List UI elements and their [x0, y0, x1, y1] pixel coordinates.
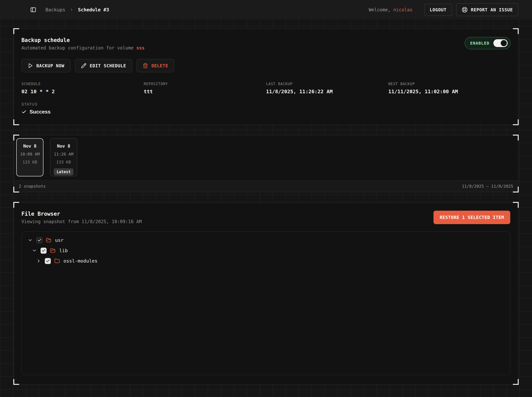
report-issue-label: REPORT AN ISSUE: [471, 7, 513, 12]
chevron-right-icon: [70, 8, 74, 12]
corner-bracket: [13, 28, 19, 34]
field-label: SCHEDULE: [21, 82, 144, 86]
folder-closed-icon: [54, 258, 60, 264]
corner-bracket: [513, 379, 519, 385]
snapshot-card-selected[interactable]: Nov 8 10:09 AM 133 KB: [16, 138, 44, 176]
play-icon: [28, 63, 33, 68]
schedule-fields: SCHEDULE 02 10 * * 2 REPOSITORY ttt LAST…: [21, 82, 511, 94]
breadcrumb: Backups Schedule #3: [45, 7, 109, 12]
snapshot-card[interactable]: Nov 8 11:26 AM 133 KB Latest: [50, 138, 77, 176]
folder-open-icon: [46, 237, 51, 243]
corner-bracket: [13, 202, 19, 208]
report-issue-button[interactable]: REPORT AN ISSUE: [456, 3, 518, 16]
corner-bracket: [13, 119, 19, 125]
snapshots-footer: 2 snapshots 11/8/2025 – 11/8/2025: [14, 180, 518, 192]
tree-item-name: usr: [55, 237, 63, 243]
welcome-prefix: Welcome,: [369, 7, 391, 12]
snapshots-panel: Nov 8 10:09 AM 133 KB Nov 8 11:26 AM 133…: [14, 135, 518, 192]
panel-title: Backup schedule: [21, 37, 145, 43]
status-label: STATUS: [21, 102, 511, 106]
snapshot-time: 10:09 AM: [20, 152, 40, 156]
checkbox[interactable]: [36, 237, 42, 243]
edit-schedule-button[interactable]: EDIT SCHEDULE: [75, 59, 132, 72]
schedule-actions: BACKUP NOW EDIT SCHEDULE DELETE: [21, 59, 511, 72]
tree-row-ossl-modules[interactable]: ossl-modules: [25, 256, 506, 266]
trash-icon: [143, 63, 148, 68]
field-label: REPOSITORY: [144, 82, 266, 86]
field-last-backup: LAST BACKUP 11/8/2025, 11:26:22 AM: [266, 82, 388, 94]
status-block: STATUS Success: [21, 102, 511, 115]
chevron-right-icon[interactable]: [36, 258, 41, 264]
snapshot-size: 133 KB: [23, 160, 37, 164]
tree-item-name: ossl-modules: [63, 258, 98, 264]
chevron-down-icon[interactable]: [32, 248, 37, 253]
restore-button-label: RESTORE 1 SELECTED ITEM: [440, 215, 504, 220]
folder-open-icon: [50, 248, 56, 253]
tree-item-name: lib: [59, 248, 68, 253]
logout-button[interactable]: LOGOUT: [424, 4, 452, 16]
breadcrumb-parent[interactable]: Backups: [45, 7, 65, 12]
restore-button[interactable]: RESTORE 1 SELECTED ITEM: [433, 211, 510, 224]
field-value: 02 10 * * 2: [21, 88, 144, 94]
latest-badge: Latest: [54, 168, 74, 175]
corner-bracket: [513, 135, 519, 140]
panel-subtitle: Automated backup configuration for volum…: [21, 45, 145, 51]
field-label: NEXT BACKUP: [388, 82, 511, 86]
tree-row-lib[interactable]: lib: [25, 245, 506, 256]
breadcrumb-current: Schedule #3: [78, 7, 109, 12]
corner-bracket: [513, 202, 519, 208]
file-tree: usr lib: [21, 231, 510, 375]
checkbox[interactable]: [45, 258, 51, 264]
toggle-knob: [501, 40, 507, 46]
subtitle-prefix: Automated backup configuration for volum…: [21, 45, 136, 51]
field-label: LAST BACKUP: [266, 82, 388, 86]
snapshot-count: 2 snapshots: [19, 184, 46, 189]
snapshot-time: 11:26 AM: [54, 152, 73, 156]
field-value: 11/8/2025, 11:26:22 AM: [266, 88, 388, 94]
edit-schedule-label: EDIT SCHEDULE: [90, 63, 126, 68]
delete-button[interactable]: DELETE: [137, 59, 174, 72]
lifebuoy-icon: [462, 7, 468, 13]
snapshot-date: Nov 8: [57, 143, 70, 149]
file-browser-title: File Browser: [21, 211, 142, 217]
pencil-icon: [81, 63, 87, 68]
sidebar-toggle-button[interactable]: [30, 7, 36, 13]
field-value: 11/11/2025, 11:02:00 AM: [388, 88, 511, 94]
snapshot-date-range: 11/8/2025 – 11/8/2025: [462, 184, 513, 189]
file-browser-subtitle: Viewing snapshot from 11/8/2025, 10:09:1…: [21, 219, 142, 224]
volume-name: sss: [136, 45, 145, 51]
welcome-text: Welcome, nicolas: [369, 7, 412, 12]
enabled-toggle[interactable]: ENABLED: [465, 37, 511, 49]
check-icon: [21, 109, 27, 114]
status-value: Success: [30, 109, 51, 115]
enabled-label: ENABLED: [470, 41, 489, 46]
corner-bracket: [513, 187, 519, 192]
panel-left-icon: [30, 7, 36, 13]
field-next-backup: NEXT BACKUP 11/11/2025, 11:02:00 AM: [388, 82, 511, 94]
field-repository: REPOSITORY ttt: [144, 82, 266, 94]
corner-bracket: [13, 379, 19, 385]
backup-schedule-panel: Backup schedule Automated backup configu…: [14, 29, 518, 125]
snapshot-size: 133 KB: [56, 160, 71, 164]
field-schedule: SCHEDULE 02 10 * * 2: [21, 82, 144, 94]
corner-bracket: [13, 135, 19, 140]
snapshot-cards: Nov 8 10:09 AM 133 KB Nov 8 11:26 AM 133…: [14, 135, 518, 180]
field-value: ttt: [144, 88, 266, 94]
backup-now-label: BACKUP NOW: [36, 63, 64, 68]
toggle-switch[interactable]: [493, 39, 508, 47]
tree-row-usr[interactable]: usr: [25, 235, 506, 245]
backup-now-button[interactable]: BACKUP NOW: [21, 59, 71, 72]
corner-bracket: [13, 187, 19, 192]
file-browser-heading: File Browser Viewing snapshot from 11/8/…: [21, 211, 142, 224]
checkbox[interactable]: [41, 248, 47, 254]
top-bar: Backups Schedule #3 Welcome, nicolas LOG…: [0, 0, 532, 19]
chevron-down-icon[interactable]: [28, 238, 33, 243]
main-content: Backup schedule Automated backup configu…: [0, 19, 532, 394]
corner-bracket: [513, 119, 519, 125]
snapshot-date: Nov 8: [23, 143, 36, 149]
delete-label: DELETE: [152, 63, 168, 68]
logout-button-label: LOGOUT: [430, 7, 447, 12]
schedule-heading: Backup schedule Automated backup configu…: [21, 37, 145, 51]
file-browser-panel: File Browser Viewing snapshot from 11/8/…: [14, 202, 518, 385]
username: nicolas: [393, 7, 412, 12]
